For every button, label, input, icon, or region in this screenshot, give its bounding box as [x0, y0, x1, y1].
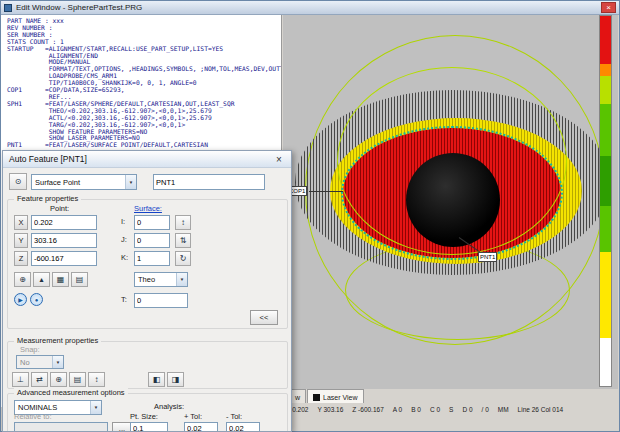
- view-tab-laser-view[interactable]: Laser View: [307, 389, 364, 403]
- i-label: I:: [121, 217, 125, 226]
- cop1-leader-line: [309, 191, 343, 192]
- relative-to-input[interactable]: [14, 422, 108, 432]
- window-title: Edit Window - SpherePartTest.PRG: [16, 3, 142, 12]
- feature-type-select[interactable]: Surface Point ▼: [31, 174, 137, 190]
- color-scale-segment: [600, 104, 611, 156]
- filter-right-button[interactable]: ◨: [167, 372, 184, 387]
- status-field: MM: [498, 406, 509, 413]
- point-z-input[interactable]: [31, 251, 97, 266]
- flip-vector-icon: ↕: [95, 375, 99, 384]
- point-x-input[interactable]: [31, 215, 97, 230]
- browse-button[interactable]: ...: [112, 422, 132, 432]
- record-icon: ●: [35, 297, 39, 303]
- status-field: D 0: [462, 406, 472, 413]
- chevron-down-icon: ▼: [125, 175, 136, 189]
- snap-select[interactable]: No ▼: [16, 355, 64, 369]
- pt-size-label: Pt. Size:: [130, 412, 158, 421]
- vector-j-input[interactable]: [134, 233, 170, 248]
- dialog-title: Auto Feature [PNT1]: [9, 154, 87, 164]
- pattern-icon: ▤: [74, 375, 82, 384]
- plus-tol-input[interactable]: [184, 422, 218, 432]
- collapse-button[interactable]: <<: [250, 310, 278, 325]
- z-axis-tile[interactable]: Z: [14, 251, 28, 266]
- graphics-view[interactable]: COP1 PNT1: [283, 15, 618, 389]
- target-icon: ⊕: [55, 375, 62, 384]
- read-point-button[interactable]: ⊕: [14, 272, 31, 287]
- level-icon: ▴: [39, 275, 43, 284]
- color-scale-segment: [600, 64, 611, 76]
- t-input[interactable]: [134, 293, 188, 308]
- t-label: T:: [121, 295, 127, 304]
- relative-to-label: Relative to:: [14, 412, 52, 421]
- scan-direction-button[interactable]: ⇄: [31, 372, 48, 387]
- y-axis-tile[interactable]: Y: [14, 233, 28, 248]
- minus-tol-label: - Tol:: [226, 412, 242, 421]
- snap-label: Snap:: [20, 345, 40, 354]
- measurement-properties-label: Measurement properties: [14, 336, 101, 345]
- surface-point-icon: ⊙: [15, 177, 22, 186]
- status-field: Y 303.16: [317, 406, 343, 413]
- pnt1-label[interactable]: PNT1: [478, 252, 497, 262]
- view-tab-label: Laser View: [323, 394, 358, 401]
- point-y-input[interactable]: [31, 233, 97, 248]
- status-field: B 0: [411, 406, 421, 413]
- view-tabs: wLaser View: [289, 389, 364, 403]
- sphere-feature: [406, 153, 500, 247]
- feature-type-value: Surface Point: [35, 178, 80, 187]
- view-tab-label: w: [295, 394, 300, 401]
- app-icon: [4, 4, 12, 12]
- find-nominals-button[interactable]: ▴: [33, 272, 50, 287]
- filter-left-button[interactable]: ◧: [148, 372, 165, 387]
- vector-k-input[interactable]: [134, 251, 170, 266]
- dialog-title-bar[interactable]: Auto Feature [PNT1] ×: [3, 151, 291, 168]
- chevron-down-icon: ▼: [90, 401, 101, 414]
- color-scale-segment: [600, 16, 611, 64]
- point-label: Point:: [50, 204, 69, 213]
- minus-tol-input[interactable]: [226, 422, 260, 432]
- color-scale: [599, 15, 612, 387]
- auto-feature-dialog: Auto Feature [PNT1] × ⊙ Surface Point ▼ …: [2, 150, 292, 432]
- pattern-icon: ▤: [76, 275, 84, 284]
- k-label: K:: [121, 253, 128, 262]
- color-scale-segment: [600, 206, 611, 252]
- dialog-close-button[interactable]: ×: [273, 154, 285, 165]
- surface-label[interactable]: Surface:: [134, 204, 162, 213]
- vector-spinner-button[interactable]: ⇅: [175, 233, 191, 248]
- analysis-label: Analysis:: [154, 402, 184, 411]
- theo-select[interactable]: Theo ▼: [134, 272, 188, 287]
- probe-offset-button[interactable]: ⊕: [50, 372, 67, 387]
- laser-view-icon: [313, 394, 320, 401]
- advanced-options-group: Advanced measurement options NOMINALS ▼ …: [7, 393, 288, 432]
- rotate-vector-button[interactable]: ↻: [175, 251, 191, 266]
- mesh-button[interactable]: ▤: [69, 372, 86, 387]
- flip-vector-button[interactable]: ↕: [175, 215, 191, 230]
- feature-name-input[interactable]: [153, 174, 265, 190]
- window-title-bar[interactable]: Edit Window - SpherePartTest.PRG ×: [1, 1, 619, 15]
- play-icon: ▶: [18, 296, 23, 303]
- snap-value: No: [20, 358, 30, 367]
- status-field: C 0: [430, 406, 440, 413]
- advanced-options-label: Advanced measurement options: [14, 388, 128, 397]
- color-scale-segment: [600, 76, 611, 104]
- vector-i-input[interactable]: [134, 215, 170, 230]
- record-button[interactable]: ●: [30, 293, 43, 306]
- measure-now-button[interactable]: ▶: [14, 293, 27, 306]
- feature-type-icon-button[interactable]: ⊙: [9, 173, 27, 190]
- x-axis-tile[interactable]: X: [14, 215, 28, 230]
- rotate-vector-icon: ↻: [180, 254, 187, 263]
- status-field: / 0: [482, 406, 489, 413]
- plus-tol-label: + Tol:: [184, 412, 202, 421]
- vector-mode-button[interactable]: ↕: [88, 372, 105, 387]
- grid-button[interactable]: ▦: [52, 272, 69, 287]
- window-close-button[interactable]: ×: [601, 2, 616, 13]
- status-bar: X 0.202Y 303.16Z -600.167A 0B 0C 0SD 0/ …: [286, 403, 618, 415]
- target-icon: ⊕: [19, 275, 26, 284]
- status-field: Z -600.167: [352, 406, 383, 413]
- color-scale-segment: [600, 338, 611, 386]
- perpendicular-icon: ⊥: [17, 375, 24, 384]
- editor-line: PNT1 =FEAT/LASER/SURFACE POINT/DEFAULT,C…: [7, 142, 281, 149]
- pattern-button[interactable]: ▤: [71, 272, 88, 287]
- swap-icon: ⇄: [36, 375, 43, 384]
- pt-size-input[interactable]: [130, 422, 168, 432]
- point-density-button[interactable]: ⊥: [12, 372, 29, 387]
